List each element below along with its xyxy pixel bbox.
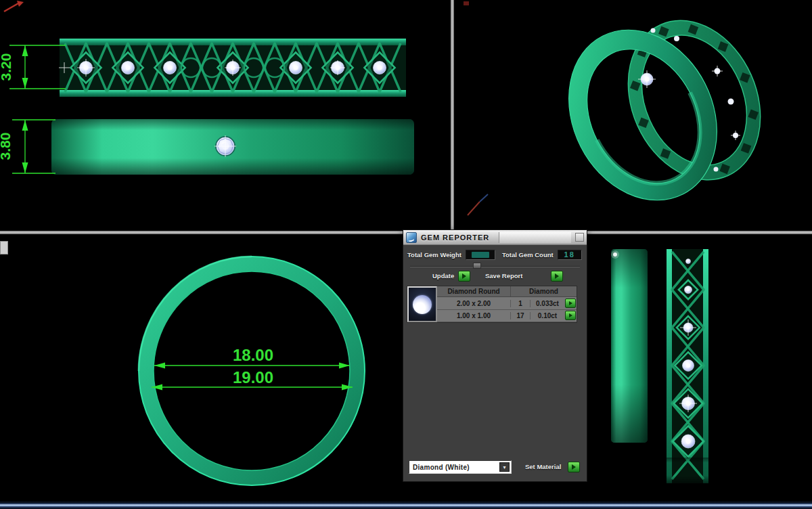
- dim-text: 3.20: [0, 53, 14, 81]
- material-dropdown[interactable]: Diamond (White) ▾: [409, 460, 512, 474]
- dim-text: 3.80: [0, 133, 13, 160]
- plain-band-side-view: [51, 119, 414, 175]
- panel-options-button[interactable]: [575, 233, 584, 242]
- panel-title: GEM REPORTER: [421, 234, 489, 242]
- gem-thumbnail-cell[interactable]: [407, 286, 437, 322]
- column-header-material: Diamond: [511, 286, 577, 296]
- separator-groove: [410, 266, 580, 267]
- material-dropdown-value: Diamond (White): [413, 464, 470, 471]
- actions-row: Update Save Report: [403, 270, 587, 282]
- viewport-front-view[interactable]: [593, 234, 812, 501]
- set-material-button[interactable]: [568, 462, 580, 472]
- save-report-button[interactable]: [551, 271, 563, 282]
- gem-reporter-icon: [406, 232, 417, 243]
- dimension-3-80: 3.80: [0, 120, 55, 173]
- update-label: Update: [432, 272, 454, 280]
- save-report-label: Save Report: [485, 272, 522, 280]
- gem-size-cell: 1.00 x 1.00: [437, 312, 511, 319]
- gem-table-header: Diamond Round Diamond: [437, 286, 577, 297]
- dim-text: 18.00: [233, 346, 273, 364]
- dim-text: 19.00: [233, 368, 273, 386]
- gem-weight-cell: 0.10ct: [531, 312, 564, 319]
- apply-arrow-icon: [572, 464, 576, 470]
- total-gem-count-value: 18: [558, 250, 582, 260]
- dimension-3-20: 3.20: [0, 45, 66, 89]
- gem-size-cell: 2.00 x 2.00: [437, 300, 511, 307]
- gem-weight-cell: 0.033ct: [531, 300, 564, 307]
- row-apply-button[interactable]: [565, 298, 576, 308]
- apply-arrow-icon: [555, 273, 559, 279]
- set-material-label: Set Material: [525, 463, 561, 470]
- separator-handle[interactable]: [473, 263, 481, 269]
- panel-titlebar[interactable]: GEM REPORTER: [403, 230, 587, 245]
- cursor-arrow-icon: [4, 1, 24, 12]
- apply-arrow-icon: [462, 273, 466, 279]
- column-header-cut: Diamond Round: [437, 286, 511, 296]
- viewport-marker: [464, 1, 469, 5]
- gem-count-cell: 1: [511, 300, 531, 307]
- gem-table: Diamond Round Diamond 2.00 x 2.00 1 0.03…: [407, 286, 577, 323]
- viewport-perspective-view[interactable]: [454, 0, 812, 231]
- window-bottom-edge: [0, 501, 812, 509]
- total-gem-weight-value: [466, 250, 495, 260]
- apply-arrow-icon: [569, 301, 572, 305]
- dimension-19-00: 19.00: [152, 368, 353, 391]
- patterned-band-front-view: [667, 249, 708, 483]
- totals-row: Total Gem Weight Total Gem Count 18: [407, 248, 583, 261]
- titlebar-seam: [499, 232, 571, 243]
- table-row[interactable]: 1.00 x 1.00 17 0.10ct: [437, 310, 577, 322]
- viewport-splitter-vertical[interactable]: [451, 0, 454, 231]
- apply-arrow-icon: [569, 313, 572, 317]
- axis-gizmo-icon: [468, 194, 488, 215]
- gem-count-cell: 17: [511, 312, 531, 319]
- ornate-band-side-view: [59, 39, 406, 97]
- viewport-side-view[interactable]: 3.20 3.80: [0, 0, 451, 231]
- total-gem-weight-label: Total Gem Weight: [407, 251, 461, 259]
- weight-value-blob: [472, 252, 489, 258]
- dimension-18-00: 18.00: [154, 346, 350, 369]
- plain-band-front-view: [611, 249, 648, 443]
- chevron-down-icon[interactable]: ▾: [499, 462, 510, 472]
- material-row: Diamond (White) ▾ Set Material: [403, 460, 587, 475]
- update-button[interactable]: [458, 271, 470, 282]
- gem-reporter-panel: GEM REPORTER Total Gem Weight Total Gem …: [403, 229, 587, 482]
- table-row[interactable]: 2.00 x 2.00 1 0.033ct: [437, 297, 577, 309]
- row-apply-button[interactable]: [565, 311, 576, 320]
- gem-thumbnail-icon: [413, 295, 432, 314]
- total-gem-count-label: Total Gem Count: [502, 251, 554, 259]
- viewport-tab[interactable]: [0, 241, 8, 255]
